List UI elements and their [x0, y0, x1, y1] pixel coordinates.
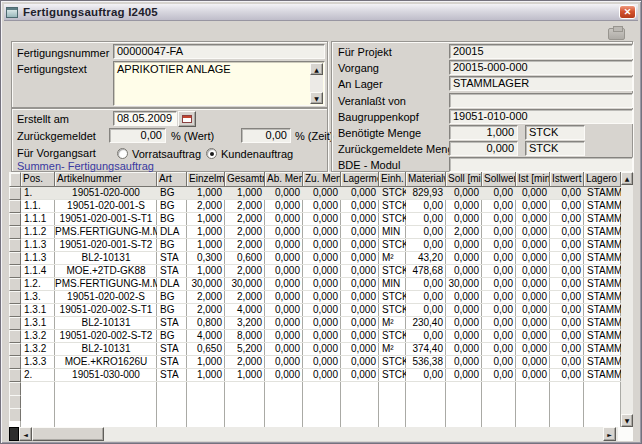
table-cell[interactable]: 0,00	[550, 187, 584, 200]
table-cell[interactable]: 0,000	[341, 356, 379, 369]
row-selector[interactable]	[9, 317, 21, 330]
table-cell[interactable]: 1.3.1	[21, 317, 55, 330]
column-header[interactable]: Einzelme	[187, 172, 225, 187]
table-cell[interactable]: 19051-020-001-S-T1	[55, 213, 157, 226]
table-cell[interactable]: STAMM	[584, 213, 621, 226]
table-cell[interactable]: 0,00	[482, 304, 516, 317]
table-cell[interactable]: 0,000	[446, 213, 482, 226]
table-cell[interactable]: 2,000	[225, 356, 265, 369]
table-cell[interactable]: M²	[379, 252, 406, 265]
table-cell[interactable]: 0,000	[516, 291, 550, 304]
summen-fertigungsauftrag-link[interactable]: Summen- Fertigungsauftrag	[17, 160, 154, 172]
table-cell[interactable]: 0,000	[303, 356, 341, 369]
table-cell[interactable]: MOE.+KRO1626U	[55, 356, 157, 369]
table-cell[interactable]: 2,000	[225, 239, 265, 252]
column-header[interactable]: Sollwert	[482, 172, 516, 187]
table-cell[interactable]: 0,000	[446, 200, 482, 213]
table-cell[interactable]: 8,000	[225, 330, 265, 343]
table-cell[interactable]: 0,000	[265, 200, 303, 213]
field-value[interactable]: 0,000	[449, 141, 518, 156]
table-cell[interactable]: 0,00	[550, 252, 584, 265]
row-selector[interactable]	[9, 395, 21, 408]
column-header[interactable]: Pos.	[21, 172, 55, 187]
table-cell[interactable]: 1.	[21, 187, 55, 200]
table-cell[interactable]: 0,000	[265, 226, 303, 239]
table-cell[interactable]: 0,000	[341, 226, 379, 239]
calendar-button[interactable]	[178, 111, 196, 127]
table-cell[interactable]: 0,00	[550, 330, 584, 343]
table-cell[interactable]: 1,000	[225, 369, 265, 382]
table-cell[interactable]: 0,00	[482, 317, 516, 330]
table-cell[interactable]: BG	[157, 330, 187, 343]
table-cell[interactable]: 829,93	[406, 187, 446, 200]
table-cell[interactable]: 0,000	[516, 226, 550, 239]
table-cell[interactable]: STA	[157, 343, 187, 356]
table-cell[interactable]: 2.	[21, 369, 55, 382]
table-cell[interactable]: MOE.+2TD-GK88	[55, 265, 157, 278]
table-cell[interactable]: 0,000	[446, 252, 482, 265]
table-cell[interactable]: 0,000	[303, 304, 341, 317]
table-cell[interactable]: 0,00	[550, 213, 584, 226]
table-cell[interactable]: 0,300	[187, 252, 225, 265]
table-cell[interactable]: 0,800	[187, 317, 225, 330]
table-cell[interactable]: STAMM	[584, 291, 621, 304]
scroll-up-icon[interactable]: ▲	[621, 172, 633, 185]
table-cell[interactable]: STA	[157, 265, 187, 278]
table-cell[interactable]: 0,000	[516, 343, 550, 356]
table-cell[interactable]: PMS.FERTIGUNG-M.M	[55, 226, 157, 239]
table-cell[interactable]: 0,000	[303, 200, 341, 213]
unit-field[interactable]: STCK	[525, 125, 585, 140]
table-cell[interactable]: BG	[157, 187, 187, 200]
table-cell[interactable]: 1,000	[187, 187, 225, 200]
table-cell[interactable]: 0,00	[550, 226, 584, 239]
table-cell[interactable]: 0,000	[446, 239, 482, 252]
table-cell[interactable]: 30,000	[225, 278, 265, 291]
table-cell[interactable]: 1.1.3	[21, 239, 55, 252]
table-cell[interactable]: 0,000	[303, 317, 341, 330]
table-cell[interactable]: 1,000	[187, 369, 225, 382]
table-cell[interactable]: 2,000	[187, 200, 225, 213]
table-cell[interactable]: BG	[157, 239, 187, 252]
table-cell[interactable]: 0,00	[482, 226, 516, 239]
row-selector[interactable]	[9, 200, 21, 213]
table-cell[interactable]: 19051-020-001-S-T2	[55, 239, 157, 252]
fertigungstext-textarea[interactable]: APRIKOTIER ANLAGE ▲ ▼	[113, 61, 325, 106]
table-cell[interactable]: BG	[157, 213, 187, 226]
table-cell[interactable]: 0,600	[225, 252, 265, 265]
field-value[interactable]	[449, 157, 633, 172]
table-cell[interactable]: 0,00	[406, 239, 446, 252]
table-cell[interactable]: 1.3.2	[21, 330, 55, 343]
row-selector[interactable]	[9, 330, 21, 343]
table-cell[interactable]: 0,000	[265, 213, 303, 226]
table-cell[interactable]: 0,000	[516, 304, 550, 317]
row-selector[interactable]	[9, 382, 21, 395]
table-cell[interactable]: 0,000	[303, 343, 341, 356]
table-cell[interactable]: 5,200	[225, 343, 265, 356]
table-cell[interactable]: 0,000	[303, 278, 341, 291]
table-cell[interactable]: BL2-10131	[55, 343, 157, 356]
table-cell[interactable]: 0,000	[341, 265, 379, 278]
table-cell[interactable]: 0,00	[550, 200, 584, 213]
table-cell[interactable]: 0,000	[341, 200, 379, 213]
row-selector[interactable]	[9, 187, 21, 200]
table-cell[interactable]: 0,000	[265, 330, 303, 343]
kundenauftrag-radio[interactable]	[206, 148, 217, 159]
table-cell[interactable]: STAMM	[584, 330, 621, 343]
scroll-left-icon[interactable]: ◄	[19, 427, 32, 441]
table-cell[interactable]: 1.3.1	[21, 304, 55, 317]
table-cell[interactable]: 0,000	[303, 252, 341, 265]
table-cell[interactable]: 1.1.1	[21, 213, 55, 226]
table-cell[interactable]: 0,000	[265, 291, 303, 304]
table-cell[interactable]: 43,20	[406, 252, 446, 265]
table-cell[interactable]: STAMM	[584, 343, 621, 356]
table-cell[interactable]: STCK	[379, 200, 406, 213]
table-cell[interactable]: M²	[379, 317, 406, 330]
zurueckgemeldet-zeit-field[interactable]: 0,00	[241, 128, 291, 143]
column-header[interactable]: Einh.	[379, 172, 406, 187]
table-cell[interactable]: 0,000	[265, 317, 303, 330]
table-cell[interactable]: STAMM	[584, 226, 621, 239]
table-cell[interactable]: 4,000	[187, 330, 225, 343]
table-cell[interactable]: 2,000	[187, 304, 225, 317]
table-cell[interactable]: 0,00	[406, 226, 446, 239]
row-selector[interactable]	[9, 291, 21, 304]
